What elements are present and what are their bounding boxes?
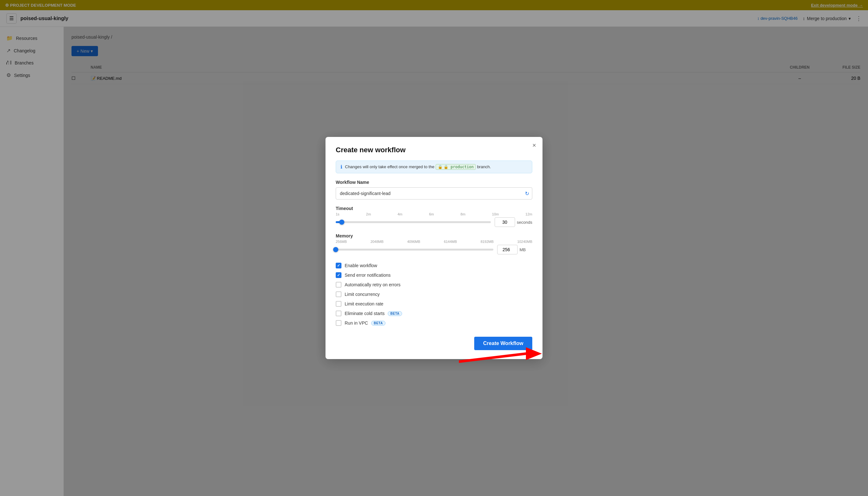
timeout-ticks: 1s 2m 4m 6m 8m 10m 12m — [336, 212, 532, 216]
checkbox-4[interactable] — [336, 301, 342, 307]
timeout-section: Timeout 1s 2m 4m 6m 8m 10m 12m seconds — [336, 206, 532, 227]
memory-section: Memory 256MB 2048MB 4096MB 6144MB 8192MB… — [336, 233, 532, 254]
checkbox-label-5: Eliminate cold starts — [345, 311, 384, 316]
timeout-slider-thumb[interactable] — [339, 220, 344, 225]
timeout-slider-row: seconds — [336, 217, 532, 227]
svg-line-0 — [459, 354, 526, 362]
beta-badge-6: BETA — [371, 321, 385, 326]
memory-unit: MB — [520, 247, 532, 252]
modal-title: Create new workflow — [336, 146, 532, 154]
checkbox-label-0: Enable workflow — [345, 263, 377, 268]
modal-close-button[interactable]: × — [532, 142, 536, 149]
workflow-name-input[interactable] — [336, 187, 532, 200]
checkbox-item-3: Limit concurrency — [336, 290, 532, 299]
memory-value-box: MB — [497, 245, 532, 254]
timeout-value-box: seconds — [495, 217, 532, 227]
checkbox-label-4: Limit execution rate — [345, 301, 383, 306]
workflow-name-field-wrapper: ↻ — [336, 187, 532, 200]
timeout-slider-track[interactable] — [336, 221, 491, 223]
checkbox-0[interactable] — [336, 263, 342, 268]
memory-slider-thumb[interactable] — [333, 247, 338, 252]
checkbox-5[interactable] — [336, 311, 342, 316]
checkbox-list: Enable workflowSend error notificationsA… — [336, 261, 532, 328]
checkbox-3[interactable] — [336, 291, 342, 297]
memory-ticks: 256MB 2048MB 4096MB 6144MB 8192MB 10240M… — [336, 240, 532, 244]
memory-slider-track[interactable] — [336, 249, 493, 250]
timeout-value-input[interactable] — [495, 217, 515, 227]
info-text: Changes will only take effect once merge… — [345, 164, 491, 170]
checkbox-1[interactable] — [336, 272, 342, 278]
production-badge: 🔒 🔒 production — [436, 164, 476, 170]
memory-label: Memory — [336, 233, 532, 238]
memory-slider-row: MB — [336, 245, 532, 254]
info-banner: ℹ Changes will only take effect once mer… — [336, 160, 532, 173]
checkbox-item-4: Limit execution rate — [336, 299, 532, 309]
checkbox-item-5: Eliminate cold startsBETA — [336, 309, 532, 318]
checkbox-2[interactable] — [336, 282, 342, 288]
checkbox-label-2: Automatically retry on errors — [345, 282, 400, 287]
modal-overlay: Create new workflow × ℹ Changes will onl… — [0, 0, 868, 496]
info-icon: ℹ — [341, 164, 343, 170]
timeout-label: Timeout — [336, 206, 532, 211]
refresh-icon[interactable]: ↻ — [525, 190, 529, 197]
checkbox-item-6: Run in VPCBETA — [336, 318, 532, 328]
checkbox-6[interactable] — [336, 320, 342, 326]
create-workflow-button[interactable]: Create Workflow — [474, 337, 532, 350]
checkbox-item-0: Enable workflow — [336, 261, 532, 270]
memory-value-input[interactable] — [497, 245, 518, 254]
timeout-unit: seconds — [517, 220, 532, 225]
modal-footer: Create Workflow — [336, 334, 532, 350]
checkbox-label-6: Run in VPC — [345, 321, 368, 326]
checkbox-item-2: Automatically retry on errors — [336, 280, 532, 290]
checkbox-item-1: Send error notifications — [336, 270, 532, 280]
checkbox-label-1: Send error notifications — [345, 273, 391, 278]
workflow-name-label: Workflow Name — [336, 180, 532, 185]
beta-badge-5: BETA — [388, 311, 402, 316]
checkbox-label-3: Limit concurrency — [345, 292, 380, 297]
create-workflow-modal: Create new workflow × ℹ Changes will onl… — [326, 137, 542, 359]
